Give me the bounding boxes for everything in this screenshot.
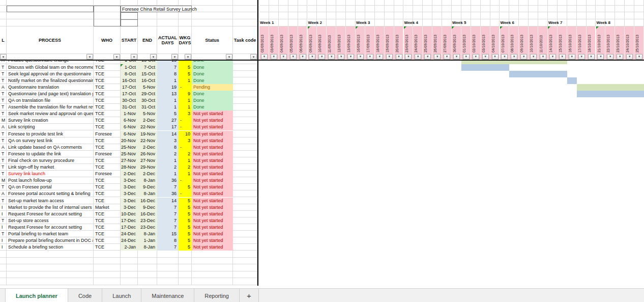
cell-status[interactable]: Done (192, 64, 233, 71)
cell-status[interactable]: Not yet started (192, 164, 233, 171)
add-sheet-button[interactable]: + (240, 289, 259, 302)
cell-start[interactable]: 10-Dec (121, 211, 138, 217)
grid-cell[interactable] (94, 0, 121, 6)
grid-cell[interactable] (442, 12, 452, 19)
grid-cell[interactable] (461, 6, 471, 12)
cell-l[interactable]: A (0, 144, 7, 151)
cell-l[interactable]: T (0, 138, 7, 144)
grid-cell[interactable] (269, 0, 279, 6)
filter-dropdown-date[interactable]: ▼ (588, 54, 595, 60)
cell-who[interactable]: TCE (94, 91, 121, 97)
grid-cell[interactable] (442, 0, 452, 6)
cell-wkg[interactable]: 5 (179, 231, 192, 237)
cell-actual[interactable]: 7 (157, 244, 179, 251)
grid-cell[interactable] (0, 6, 7, 12)
grid-cell[interactable] (192, 19, 233, 26)
cell-l[interactable]: T (0, 231, 7, 237)
empty-cell[interactable] (121, 258, 138, 265)
empty-cell[interactable] (179, 278, 192, 285)
cell-end[interactable]: 8-Jan (138, 244, 157, 251)
grid-cell[interactable] (596, 0, 606, 6)
cell-start[interactable]: 17-Dec (121, 224, 138, 231)
grid-cell[interactable] (567, 12, 577, 19)
filter-dropdown-date[interactable]: ▼ (578, 54, 585, 60)
cell-actual[interactable]: 15 (157, 231, 179, 237)
grid-cell[interactable] (423, 12, 432, 19)
cell-end[interactable]: 15-Oct (138, 61, 157, 64)
grid-cell[interactable] (471, 12, 481, 19)
grid-cell[interactable] (157, 19, 179, 26)
filter-dropdown-date[interactable]: ▼ (367, 54, 373, 60)
grid-cell[interactable] (317, 6, 327, 12)
grid-cell[interactable] (365, 0, 375, 6)
grid-cell[interactable] (634, 12, 644, 19)
cell-end[interactable]: 30-Oct (138, 97, 157, 104)
grid-cell[interactable] (471, 6, 481, 12)
cell-start[interactable]: 2-Jan (121, 244, 138, 251)
grid-cell[interactable] (346, 12, 356, 19)
cell-l[interactable]: T (0, 184, 7, 190)
cell-start[interactable]: 8-Oct (121, 71, 138, 77)
cell-end[interactable]: 16-Dec (138, 198, 157, 204)
grid-cell[interactable] (7, 19, 94, 26)
cell-l[interactable]: T (0, 131, 7, 138)
empty-cell[interactable] (157, 251, 179, 258)
cell-who[interactable]: TCE (94, 117, 121, 124)
cell-process[interactable]: Foresee to update the link (7, 151, 94, 157)
cell-status[interactable]: Done (192, 97, 233, 104)
empty-cell[interactable] (138, 271, 157, 279)
cell-who[interactable]: TCE (94, 177, 121, 184)
cell-wkg[interactable]: 5 (179, 244, 192, 251)
empty-cell[interactable] (157, 271, 179, 279)
cell-l[interactable]: T (0, 157, 7, 164)
grid-cell[interactable] (500, 6, 510, 12)
cell-status[interactable]: Not yet started (192, 198, 233, 204)
grid-cell[interactable] (548, 6, 558, 12)
empty-cell[interactable] (233, 278, 257, 285)
cell-status[interactable]: Not yet started (192, 244, 233, 251)
cell-start[interactable]: 3-Dec (121, 184, 138, 190)
cell-who[interactable]: TCE (94, 84, 121, 91)
grid-cell[interactable] (327, 6, 336, 12)
grid-cell[interactable] (634, 0, 644, 6)
cell-who[interactable]: TCE (94, 138, 121, 144)
grid-cell[interactable] (625, 6, 634, 12)
grid-cell[interactable] (298, 12, 308, 19)
empty-cell[interactable] (233, 271, 257, 279)
cell-wkg[interactable]: 10 (179, 131, 192, 138)
grid-cell[interactable] (567, 0, 577, 6)
cell-who[interactable]: TCE (94, 164, 121, 171)
cell-wkg[interactable]: 3 (179, 138, 192, 144)
grid-cell[interactable] (375, 12, 385, 19)
empty-cell[interactable] (121, 278, 138, 285)
cell-taskcode[interactable] (233, 71, 257, 77)
cell-start[interactable]: 25-Nov (121, 151, 138, 157)
cell-status[interactable]: Not yet started (192, 237, 233, 244)
filter-dropdown-date[interactable]: ▼ (357, 54, 364, 60)
grid-cell[interactable] (279, 12, 288, 19)
cell-taskcode[interactable] (233, 144, 257, 151)
cell-who[interactable]: Foresee (94, 151, 121, 157)
cell-who[interactable]: TCE (94, 244, 121, 251)
grid-cell[interactable] (157, 0, 179, 6)
cell-l[interactable]: A (0, 190, 7, 197)
cell-actual[interactable]: 17 (157, 124, 179, 130)
cell-process[interactable]: Set-up market team access (7, 198, 94, 204)
cell-start[interactable]: 3-Dec (121, 177, 138, 184)
empty-cell[interactable] (192, 278, 233, 285)
cell-who[interactable]: TCE (94, 97, 121, 104)
cell-wkg[interactable]: 5 (179, 237, 192, 244)
cell-wkg[interactable]: 1 (179, 97, 192, 104)
cell-actual[interactable]: 1 (157, 77, 179, 84)
grid-cell[interactable] (558, 0, 567, 6)
cell-l[interactable]: T (0, 104, 7, 111)
cell-end[interactable]: 26-Nov (138, 151, 157, 157)
cell-process[interactable]: Notify market on the finalized questionn… (7, 77, 94, 84)
cell-process[interactable]: Prepare portal briefing document in DOC … (7, 237, 94, 244)
grid-cell[interactable] (587, 0, 596, 6)
cell-end[interactable]: 1-Jan (138, 237, 157, 244)
grid-cell[interactable] (157, 12, 179, 19)
grid-cell[interactable] (500, 12, 510, 19)
grid-cell[interactable] (298, 6, 308, 12)
cell-taskcode[interactable] (233, 198, 257, 204)
